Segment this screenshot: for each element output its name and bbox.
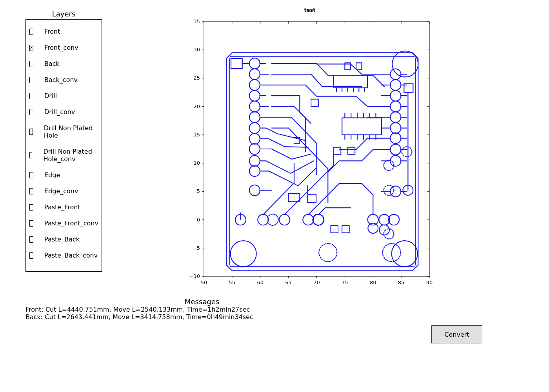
message-line-back: Back: Cut L=2643.441mm, Move L=3414.758m… [25, 313, 378, 321]
svg-text:60: 60 [257, 279, 264, 284]
svg-point-136 [384, 185, 394, 196]
svg-point-73 [249, 101, 260, 112]
svg-text:85: 85 [398, 279, 405, 284]
layer-label: Back_conv [44, 76, 78, 83]
pcb-plot: 505560657075808590−10−505101520253035 [184, 14, 443, 284]
layer-checkbox[interactable] [29, 172, 33, 178]
layer-checkbox[interactable] [29, 61, 33, 67]
layer-item-back-conv[interactable]: Back_conv [27, 72, 101, 88]
layer-label: Front_conv [44, 44, 78, 51]
svg-text:90: 90 [426, 279, 433, 284]
layer-item-paste-front[interactable]: Paste_Front [27, 199, 101, 215]
svg-text:55: 55 [229, 279, 236, 284]
messages-panel: Messages Front: Cut L=4440.751mm, Move L… [25, 298, 378, 321]
svg-point-110 [390, 144, 401, 155]
svg-point-124 [279, 214, 290, 225]
svg-rect-145 [342, 118, 382, 135]
svg-text:50: 50 [201, 279, 207, 284]
svg-point-79 [249, 133, 260, 144]
svg-text:25: 25 [193, 75, 200, 81]
svg-point-95 [390, 91, 401, 101]
convert-button[interactable]: Convert [431, 325, 482, 343]
svg-point-60 [231, 241, 256, 267]
svg-rect-141 [334, 147, 341, 155]
layer-checkbox[interactable] [29, 252, 33, 259]
plot-area: test 505560657075808590−10−5051015202530… [184, 7, 435, 284]
layer-checkbox[interactable] [29, 188, 33, 194]
layer-item-front[interactable]: Front [27, 24, 101, 40]
layer-item-paste-back-conv[interactable]: Paste_Back_conv [27, 247, 101, 263]
layer-checkbox[interactable]: X [29, 45, 33, 51]
svg-point-107 [390, 133, 401, 143]
svg-point-83 [249, 156, 260, 166]
layer-item-edge[interactable]: Edge [27, 167, 101, 183]
message-line-front: Front: Cut L=4440.751mm, Move L=2540.133… [25, 306, 378, 313]
svg-rect-140 [311, 99, 318, 107]
svg-text:0: 0 [197, 217, 200, 223]
svg-text:−10: −10 [189, 273, 200, 279]
svg-rect-168 [308, 194, 316, 203]
layer-checkbox[interactable] [29, 236, 33, 243]
svg-rect-143 [331, 225, 338, 233]
layer-item-drill-non-plated-hole-conv[interactable]: Drill Non Plated Hole_conv [27, 143, 101, 167]
layer-checkbox[interactable] [29, 204, 33, 211]
layer-item-drill[interactable]: Drill [27, 88, 101, 104]
svg-point-89 [390, 69, 401, 80]
layer-label: Paste_Front [44, 203, 80, 211]
svg-text:80: 80 [370, 279, 376, 284]
svg-text:20: 20 [193, 103, 200, 109]
layer-label: Drill [44, 92, 57, 100]
layer-item-drill-conv[interactable]: Drill_conv [27, 104, 101, 120]
svg-point-128 [379, 214, 389, 225]
layer-checkbox[interactable] [29, 77, 33, 83]
svg-point-92 [390, 80, 401, 90]
layer-label: Drill_conv [44, 108, 75, 116]
svg-text:−5: −5 [193, 245, 200, 251]
svg-point-69 [249, 80, 260, 90]
layer-checkbox[interactable] [29, 129, 33, 135]
layer-checkbox[interactable] [29, 93, 33, 99]
layer-item-back[interactable]: Back [27, 56, 101, 72]
svg-rect-142 [348, 147, 355, 155]
layer-item-paste-back[interactable]: Paste_Back [27, 231, 101, 247]
svg-point-134 [319, 243, 337, 261]
layer-checkbox[interactable] [29, 152, 32, 158]
svg-point-85 [249, 166, 260, 176]
svg-text:65: 65 [285, 279, 292, 284]
svg-text:15: 15 [193, 132, 200, 138]
svg-point-139 [402, 147, 412, 157]
layer-item-drill-non-plated-hole[interactable]: Drill Non Plated Hole [27, 120, 101, 143]
layer-item-front-conv[interactable]: XFront_conv [27, 40, 101, 56]
layer-label: Paste_Back [44, 236, 80, 243]
layer-item-paste-front-conv[interactable]: Paste_Front_conv [27, 215, 101, 231]
layer-label: Back [44, 60, 60, 67]
svg-rect-167 [289, 194, 300, 201]
layer-label: Drill Non Plated Hole_conv [43, 148, 99, 163]
layer-label: Edge [44, 171, 60, 179]
layer-label: Edge_conv [44, 187, 78, 195]
svg-point-87 [249, 185, 260, 196]
layer-checkbox[interactable] [29, 220, 33, 227]
layer-checkbox[interactable] [29, 109, 33, 115]
svg-text:5: 5 [197, 188, 200, 194]
svg-text:30: 30 [193, 47, 200, 53]
svg-rect-158 [334, 75, 367, 88]
svg-point-67 [249, 69, 260, 80]
layer-checkbox[interactable] [29, 29, 33, 35]
svg-point-113 [390, 156, 401, 166]
svg-point-75 [249, 112, 260, 122]
layer-item-edge-conv[interactable]: Edge_conv [27, 183, 101, 199]
svg-text:10: 10 [193, 160, 200, 166]
svg-text:75: 75 [342, 279, 348, 284]
layer-label: Drill Non Plated Hole [44, 124, 99, 139]
svg-point-81 [249, 143, 260, 154]
svg-point-138 [384, 229, 394, 239]
svg-point-98 [390, 101, 401, 112]
svg-text:70: 70 [313, 279, 320, 284]
layer-label: Paste_Back_conv [44, 252, 98, 259]
layer-label: Paste_Front_conv [44, 220, 98, 227]
messages-title: Messages [25, 298, 378, 306]
plot-title: test [184, 7, 435, 13]
svg-point-77 [249, 123, 260, 133]
layers-title: Layers [25, 10, 102, 18]
